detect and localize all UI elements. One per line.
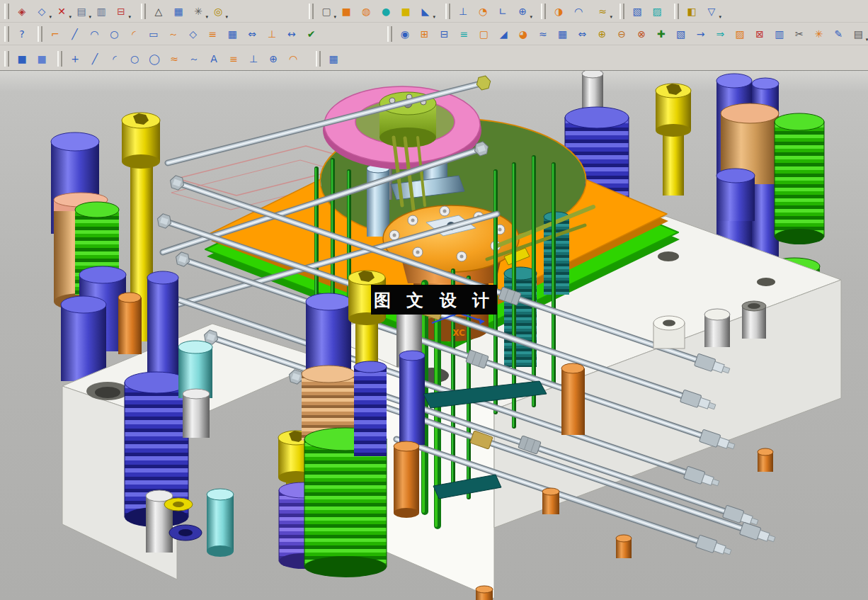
extrude-icon[interactable]: ■ xyxy=(337,2,355,21)
datum-plane-icon[interactable]: ◇ xyxy=(33,2,51,21)
spreadsheet-glyph: ▦ xyxy=(173,6,183,16)
intersect-icon[interactable]: ⊗ xyxy=(632,25,651,43)
sphere-icon[interactable]: ● xyxy=(377,2,395,21)
view-top-icon[interactable]: ■ xyxy=(33,50,51,68)
swept-icon[interactable]: ▧ xyxy=(628,2,646,21)
paste-icon[interactable]: ▥ xyxy=(92,2,110,21)
move-face-icon[interactable]: → xyxy=(692,25,710,43)
block-icon[interactable]: ■ xyxy=(396,2,415,21)
subtract-icon[interactable]: ⊖ xyxy=(612,25,631,43)
toolbar-handle[interactable] xyxy=(674,4,679,19)
thread-icon[interactable]: ≈ xyxy=(534,25,552,43)
n-sided-surface-icon[interactable]: ▽ xyxy=(702,2,721,21)
patch-icon[interactable]: ▧ xyxy=(672,25,690,43)
toolbar-handle[interactable] xyxy=(619,4,624,19)
hole-icon[interactable]: ◉ xyxy=(396,25,414,43)
help-icon[interactable]: ? xyxy=(13,25,31,43)
line-curve-icon[interactable]: ╱ xyxy=(86,50,104,68)
revolve-icon[interactable]: ◍ xyxy=(357,2,375,21)
bridge-curve-icon[interactable]: ◠ xyxy=(284,50,302,68)
offset-curve-icon[interactable]: ≡ xyxy=(204,25,222,43)
intersect-curve-icon[interactable]: ⊕ xyxy=(264,50,282,68)
left-cylinder-stack[interactable] xyxy=(51,132,126,381)
helix-icon[interactable]: ≈ xyxy=(165,50,183,68)
polygon-icon[interactable]: ◇ xyxy=(184,25,202,43)
unite-icon[interactable]: ⊕ xyxy=(593,25,611,43)
arc-icon[interactable]: ◠ xyxy=(85,25,103,43)
snap-point-icon[interactable]: ◈ xyxy=(13,2,31,21)
split-body-icon[interactable]: ▥ xyxy=(770,25,789,43)
shell-icon[interactable]: ▢ xyxy=(474,25,493,43)
toolbar-handle[interactable] xyxy=(4,26,9,42)
circle-curve-icon[interactable]: ○ xyxy=(125,50,144,68)
line-icon[interactable]: ╱ xyxy=(66,25,84,43)
offset-in-sketch-icon[interactable]: ≡ xyxy=(224,50,243,68)
rib-icon[interactable]: ≡ xyxy=(455,25,474,43)
point-icon[interactable]: + xyxy=(66,50,84,68)
suppress-icon[interactable]: ⊟ xyxy=(112,2,130,21)
dimensions-icon[interactable]: ↔ xyxy=(282,25,301,43)
studio-surface-icon[interactable]: ◠ xyxy=(569,2,588,21)
toolbar-handle[interactable] xyxy=(387,26,392,42)
offset-surface-icon[interactable]: ▨ xyxy=(648,2,666,21)
identify-icon[interactable]: ⊕ xyxy=(513,2,532,21)
datum-axis-icon[interactable]: ∟ xyxy=(493,2,512,21)
toolbar-handle[interactable] xyxy=(309,4,314,19)
delete-face-icon[interactable]: ⊠ xyxy=(750,25,769,43)
text-curve-icon[interactable]: A xyxy=(205,50,223,68)
graphics-viewport[interactable]: XC 图 文 设 计 xyxy=(0,71,868,600)
arc-curve-icon[interactable]: ◜ xyxy=(105,50,124,68)
toolbar-handle[interactable] xyxy=(57,51,62,67)
measure-distance-icon[interactable]: ⊥ xyxy=(454,2,472,21)
constraints-icon[interactable]: ⊥ xyxy=(263,25,281,43)
part-navigator-icon[interactable]: ▤ xyxy=(849,25,867,43)
finish-sketch-icon[interactable]: ✔ xyxy=(302,25,321,43)
profile-icon[interactable]: ⌐ xyxy=(46,25,64,43)
circle-icon[interactable]: ○ xyxy=(105,25,123,43)
rectangle-icon[interactable]: ▭ xyxy=(144,25,163,43)
model-canvas[interactable]: XC 图 文 设 计 xyxy=(0,71,868,600)
point-set-icon[interactable]: ✳ xyxy=(189,2,207,21)
copy-icon[interactable]: ▤ xyxy=(72,2,91,21)
project-curve-icon[interactable]: ⊥ xyxy=(244,50,263,68)
replace-face-icon[interactable]: ▨ xyxy=(731,25,749,43)
triangle-mesh-icon[interactable]: △ xyxy=(149,2,168,21)
toolbar-handle[interactable] xyxy=(316,51,321,67)
edge-blend-icon[interactable]: ◕ xyxy=(514,25,532,43)
chamfer-icon[interactable]: ◢ xyxy=(494,25,513,43)
bounded-plane-icon[interactable]: ◧ xyxy=(683,2,701,21)
toolbar-handle[interactable] xyxy=(4,51,9,67)
revolve-glyph: ◍ xyxy=(362,6,370,16)
toolbar-handle[interactable] xyxy=(541,4,546,19)
mirror-curve-icon[interactable]: ⇔ xyxy=(243,25,261,43)
boss-icon[interactable]: ◑ xyxy=(549,2,568,21)
sew-icon[interactable]: ✚ xyxy=(652,25,670,43)
pattern-feature-icon[interactable]: ▦ xyxy=(554,25,572,43)
pad-icon[interactable]: ⊞ xyxy=(416,25,434,43)
toolbar-handle[interactable] xyxy=(4,4,9,19)
toolbar-handle[interactable] xyxy=(445,4,450,19)
view-front-icon[interactable]: ■ xyxy=(13,50,31,68)
edit-feature-icon[interactable]: ✎ xyxy=(830,25,848,43)
concentric-circles-icon[interactable]: ◎ xyxy=(209,2,227,21)
toolbar-handle[interactable] xyxy=(141,4,146,19)
mirror-feature-icon[interactable]: ⇔ xyxy=(573,25,592,43)
section-analysis-icon[interactable]: ◔ xyxy=(474,2,492,21)
law-curve-icon[interactable]: ≈ xyxy=(593,2,612,21)
pocket-icon[interactable]: ⊟ xyxy=(435,25,454,43)
offset-face-icon[interactable]: ⇒ xyxy=(711,25,729,43)
ellipse-curve-icon[interactable]: ◯ xyxy=(145,50,164,68)
toolbar-handle[interactable] xyxy=(38,26,42,42)
wedge-icon[interactable]: ◣ xyxy=(416,2,435,21)
spreadsheet-icon[interactable]: ▦ xyxy=(169,2,188,21)
studio-spline-icon[interactable]: ～ xyxy=(164,25,183,43)
thread-glyph: ≈ xyxy=(539,29,547,39)
delete-icon[interactable]: ✕ xyxy=(52,2,71,21)
pattern-curve-icon[interactable]: ▦ xyxy=(223,25,241,43)
x-form-icon[interactable]: ✳ xyxy=(810,25,828,43)
fillet-icon[interactable]: ◜ xyxy=(125,25,143,43)
snap-grid-icon[interactable]: ▦ xyxy=(324,50,343,68)
spline-curve-icon[interactable]: ～ xyxy=(185,50,203,68)
trim-body-icon[interactable]: ✂ xyxy=(790,25,809,43)
display-box-icon[interactable]: ▢ xyxy=(317,2,336,21)
